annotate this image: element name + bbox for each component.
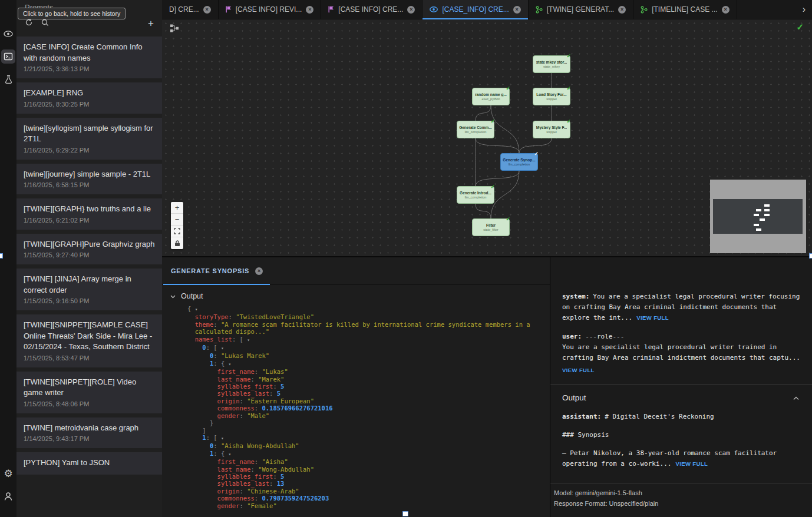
tab-label: [CASE INFO] CRE...	[338, 5, 403, 14]
minimap-node	[764, 214, 770, 216]
view-full-link[interactable]: VIEW FULL	[636, 314, 669, 321]
editor-tab[interactable]: [TIMELINE] CASE ...×	[633, 0, 737, 19]
prompt-list-item[interactable]: [TWINE][GRAPH]Pure Graphviz graph1/15/20…	[16, 234, 162, 265]
search-icon[interactable]	[41, 18, 49, 29]
user-message-text: You are a specialist legal procedural wr…	[562, 342, 801, 363]
prompt-list-item[interactable]: [EXAMPLE] RNG1/16/2025, 8:30:25 PM	[16, 82, 162, 114]
json-line: commonness: 0.18576966276721016	[187, 405, 550, 412]
tab-close-icon[interactable]: ×	[306, 6, 313, 14]
refresh-icon[interactable]	[25, 18, 33, 29]
graph-node[interactable]: state mkey stor...state_mkey✓	[533, 55, 570, 73]
prompt-timestamp: 1/15/2025, 9:27:40 PM	[24, 251, 155, 258]
node-subtitle: llm_completion	[509, 163, 530, 166]
tab-close-icon[interactable]: ×	[618, 6, 626, 14]
view-full-link[interactable]: VIEW FULL	[675, 460, 708, 467]
json-line: last_name: "Wong-Abdullah"	[187, 466, 550, 473]
zoom-controls: + −	[171, 202, 183, 249]
editor-tab[interactable]: D] CRE...×	[162, 0, 219, 19]
minimap[interactable]	[710, 180, 806, 253]
layout-icon[interactable]	[170, 24, 179, 35]
graph-node[interactable]: Filterstate_filter✓	[472, 218, 510, 236]
editor-tab[interactable]: [TWINE] GENERAT...×	[529, 0, 633, 19]
node-title: Generate Comm...	[459, 125, 492, 130]
zoom-in-button[interactable]: +	[171, 202, 183, 214]
output-collapse-row[interactable]: Output	[162, 285, 550, 303]
node-title: Filter	[486, 223, 496, 227]
prompt-list-item[interactable]: [twine][syllogism] sample syllogism for …	[16, 118, 162, 160]
tab-bar: D] CRE...×[CASE INFO] REVI...×[CASE INFO…	[162, 0, 812, 19]
editor-tab[interactable]: [CASE INFO] REVI...×	[219, 0, 322, 19]
json-line: syllables_first: 5	[187, 473, 550, 480]
prompt-list-item[interactable]: [TWINE][SNIPPET][ROLE] Video game writer…	[16, 372, 162, 413]
graph-node[interactable]: Mystery Style F...snippet✓	[533, 121, 570, 138]
node-check-icon: ✓	[566, 85, 571, 91]
json-line: theme: "A romance scam facilitator is ki…	[187, 321, 550, 328]
editor-tab[interactable]: [CASE INFO] CRE...×	[321, 0, 422, 19]
tab-close-icon[interactable]: ×	[255, 267, 263, 275]
lock-button[interactable]	[171, 237, 183, 249]
prompt-list-item[interactable]: [TWINE] [JINJA] Array merge in correct o…	[16, 269, 162, 310]
editor-tab[interactable]: [CASE_INFO] CRE...×	[422, 0, 528, 19]
tab-overflow-button[interactable]: ›	[796, 0, 812, 19]
json-output-tree[interactable]: { ▾ storyType: "TwistedLoveTriangle" the…	[162, 303, 550, 511]
json-line: storyType: "TwistedLoveTriangle"	[187, 313, 550, 320]
graph-node[interactable]: Generate Comm...llm_completion✓	[457, 121, 494, 138]
tab-close-icon[interactable]: ×	[407, 6, 415, 14]
flag-icon	[226, 6, 232, 13]
flask-icon[interactable]	[1, 72, 15, 87]
tab-label: [CASE INFO] REVI...	[236, 5, 302, 14]
resize-handle[interactable]	[0, 253, 3, 258]
prompt-timestamp: 1/16/2025, 6:29:22 PM	[24, 147, 155, 154]
chevron-down-icon	[170, 292, 176, 300]
user-icon[interactable]	[1, 489, 15, 503]
tab-generate-synopsis[interactable]: GENERATE SYNOPSIS ×	[162, 257, 271, 284]
fit-view-button[interactable]	[171, 226, 183, 237]
resize-handle[interactable]	[402, 511, 408, 516]
graph-node[interactable]: Generate Synop...llm_completion✓	[500, 153, 538, 171]
minimap-node	[754, 224, 759, 226]
tab-label: [TIMELINE] CASE ...	[652, 5, 717, 14]
node-title: random name g...	[475, 92, 507, 97]
prompt-title: [twine][journey] simple sample - 2T1L	[24, 169, 155, 180]
prompt-title: [TWINE] metroidvania case graph	[24, 423, 155, 434]
json-line: origin: "Chinese-Arab"	[187, 488, 550, 495]
json-line: syllables_last: 5	[187, 390, 550, 397]
chevron-up-icon[interactable]	[791, 395, 801, 402]
node-title: Generate Introd...	[460, 191, 491, 195]
node-subtitle: llm_completion	[465, 195, 487, 199]
add-prompt-button[interactable]: +	[148, 18, 154, 28]
json-line: { ▾	[187, 305, 550, 313]
view-full-link[interactable]: VIEW FULL	[562, 367, 595, 373]
branch-icon	[641, 6, 648, 14]
prompt-list-item[interactable]: [TWINE][GRAPH} two truths and a lie1/16/…	[16, 198, 162, 230]
prompt-title: [TWINE][SNIPPET][SAMPLE CASE] Online Thr…	[24, 320, 155, 353]
prompt-list-item[interactable]: [TWINE] metroidvania case graph1/14/2025…	[16, 417, 162, 449]
tab-close-icon[interactable]: ×	[203, 6, 211, 14]
zoom-out-button[interactable]: −	[171, 214, 183, 226]
resize-handle[interactable]	[809, 253, 812, 258]
prompt-list-item[interactable]: [CASE INFO] Create Common Info with rand…	[16, 37, 162, 78]
graph-node[interactable]: Generate Introd...llm_completion✓	[457, 186, 494, 204]
prompts-panel-icon[interactable]	[1, 49, 15, 64]
json-line: commonness: 0.7987359247526203	[187, 495, 550, 502]
node-subtitle: state_mkey	[543, 65, 560, 68]
prompt-list-item[interactable]: [PYTHON] Yaml to JSON	[16, 452, 162, 475]
graph-node[interactable]: Load Story For...snippet✓	[533, 88, 570, 105]
messages-panel: system:You are a specialist legal proced…	[550, 257, 812, 517]
json-line: 0: [ ▾	[187, 344, 550, 352]
json-line: }	[187, 419, 550, 426]
graph-canvas[interactable]: ✓ + − state mkey stor...state_mkey✓rando…	[162, 19, 812, 256]
graph-node[interactable]: random name g...exec_python✓	[472, 88, 510, 105]
prompt-list-item[interactable]: [TWINE][SNIPPET][SAMPLE CASE] Online Thr…	[16, 314, 162, 367]
json-line: gender: "Female"	[187, 502, 550, 509]
tab-close-icon[interactable]: ×	[722, 6, 730, 14]
prompt-title: [TWINE] [JINJA] Array merge in correct o…	[24, 274, 155, 296]
app-window: ⚙ Prompts Click to go back, hold to see …	[0, 0, 812, 517]
prompt-title: [PYTHON] Yaml to JSON	[24, 458, 155, 469]
eye-icon[interactable]	[1, 26, 15, 41]
prompt-list-item[interactable]: [twine][journey] simple sample - 2T1L1/1…	[16, 164, 162, 195]
gear-icon[interactable]: ⚙	[1, 466, 15, 480]
tab-close-icon[interactable]: ×	[513, 6, 521, 14]
prompt-title: [TWINE][GRAPH} two truths and a lie	[24, 204, 155, 215]
json-line: ]	[187, 427, 550, 434]
